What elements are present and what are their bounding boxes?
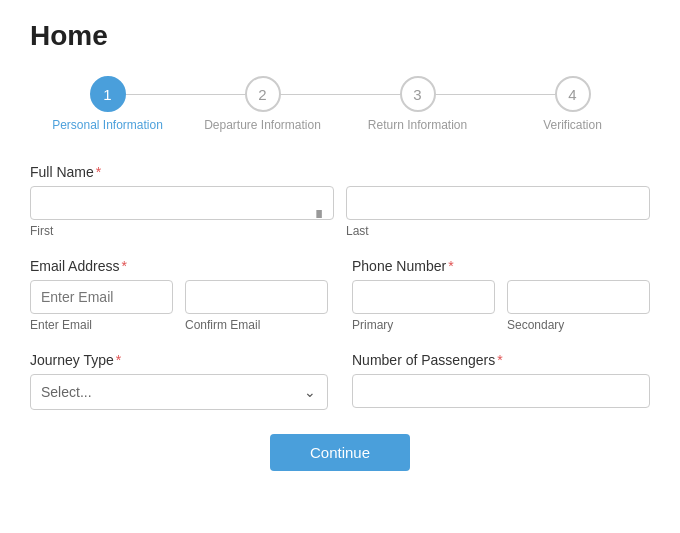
- step-1: 1 Personal Information: [30, 76, 185, 132]
- step-label-4: Verification: [543, 118, 602, 132]
- continue-button[interactable]: Continue: [270, 434, 410, 471]
- full-name-section: Full Name* ∎ First Last: [30, 164, 650, 238]
- last-name-group: Last: [346, 186, 650, 238]
- confirm-email-input[interactable]: [185, 280, 328, 314]
- required-star: *: [96, 164, 101, 180]
- required-star-email: *: [121, 258, 126, 274]
- last-sub-label: Last: [346, 224, 650, 238]
- journey-select-wrapper: Select... One Way Round Trip Multi-City …: [30, 374, 328, 410]
- step-3: 3 Return Information: [340, 76, 495, 132]
- passengers-input[interactable]: [352, 374, 650, 408]
- first-sub-label: First: [30, 224, 334, 238]
- step-label-2: Departure Information: [204, 118, 321, 132]
- step-circle-3: 3: [400, 76, 436, 112]
- name-card-icon: ∎: [314, 203, 324, 222]
- primary-sub-label: Primary: [352, 318, 495, 332]
- journey-select[interactable]: Select... One Way Round Trip Multi-City: [30, 374, 328, 410]
- email-label: Email Address*: [30, 258, 328, 274]
- email-section: Email Address* Enter Email Confirm Email: [30, 258, 328, 332]
- step-circle-1: 1: [90, 76, 126, 112]
- confirm-email-sub-label: Confirm Email: [185, 318, 328, 332]
- primary-phone-group: Primary: [352, 280, 495, 332]
- first-name-input[interactable]: [30, 186, 334, 220]
- last-name-input[interactable]: [346, 186, 650, 220]
- required-star-phone: *: [448, 258, 453, 274]
- step-4: 4 Verification: [495, 76, 650, 132]
- passengers-section: Number of Passengers*: [352, 352, 650, 410]
- email-row: Enter Email Confirm Email: [30, 280, 328, 332]
- phone-label: Phone Number*: [352, 258, 650, 274]
- step-label-1: Personal Information: [52, 118, 163, 132]
- journey-section: Journey Type* Select... One Way Round Tr…: [30, 352, 328, 410]
- enter-email-sub-label: Enter Email: [30, 318, 173, 332]
- first-name-group: ∎ First: [30, 186, 334, 238]
- step-2: 2 Departure Information: [185, 76, 340, 132]
- passengers-label: Number of Passengers*: [352, 352, 650, 368]
- enter-email-input[interactable]: [30, 280, 173, 314]
- page-title: Home: [30, 20, 650, 52]
- secondary-sub-label: Secondary: [507, 318, 650, 332]
- step-label-3: Return Information: [368, 118, 467, 132]
- step-circle-2: 2: [245, 76, 281, 112]
- required-star-passengers: *: [497, 352, 502, 368]
- phone-row: Primary Secondary: [352, 280, 650, 332]
- stepper: 1 Personal Information 2 Departure Infor…: [30, 76, 650, 132]
- continue-btn-row: Continue: [30, 434, 650, 471]
- step-circle-4: 4: [555, 76, 591, 112]
- secondary-phone-group: Secondary: [507, 280, 650, 332]
- required-star-journey: *: [116, 352, 121, 368]
- primary-phone-input[interactable]: [352, 280, 495, 314]
- confirm-email-group: Confirm Email: [185, 280, 328, 332]
- full-name-label: Full Name*: [30, 164, 650, 180]
- email-phone-section: Email Address* Enter Email Confirm Email…: [30, 258, 650, 332]
- full-name-row: ∎ First Last: [30, 186, 650, 238]
- journey-label: Journey Type*: [30, 352, 328, 368]
- journey-passengers-section: Journey Type* Select... One Way Round Tr…: [30, 352, 650, 410]
- secondary-phone-input[interactable]: [507, 280, 650, 314]
- phone-section: Phone Number* Primary Secondary: [352, 258, 650, 332]
- enter-email-group: Enter Email: [30, 280, 173, 332]
